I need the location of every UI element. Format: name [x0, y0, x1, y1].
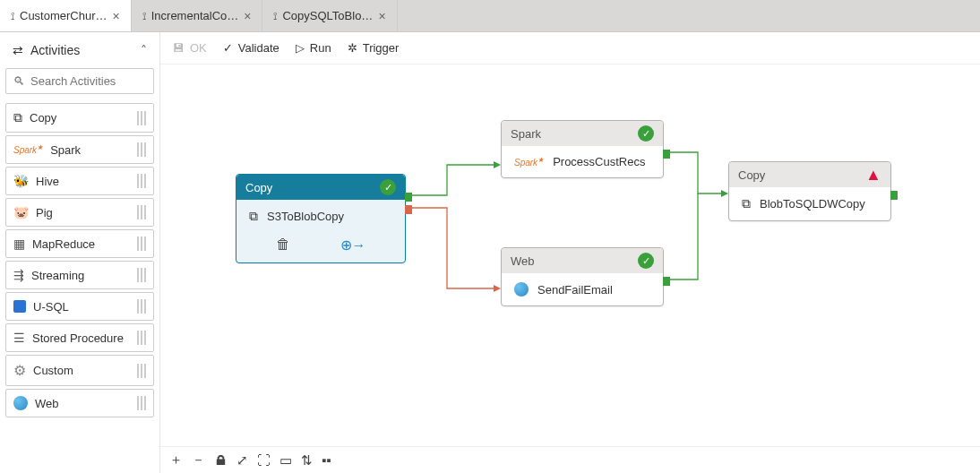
fullscreen-icon[interactable]: ⛶ — [257, 452, 271, 468]
tab-copysqltoblob[interactable]: ⟟ CopySQLToBlo… × — [262, 0, 397, 31]
node-type: Copy — [738, 168, 765, 182]
node-type: Web — [511, 254, 535, 268]
port-success[interactable] — [663, 150, 670, 159]
close-icon[interactable]: × — [244, 9, 251, 23]
activity-label: Stored Procedure — [32, 331, 130, 345]
node-processcustrecs[interactable]: Spark ✓ Spark★ ProcessCustRecs — [501, 120, 664, 178]
minimap-icon[interactable]: ▪▪ — [322, 452, 331, 468]
activity-spark[interactable]: Spark★Spark — [5, 135, 154, 164]
node-type: Copy — [245, 181, 272, 194]
grip-icon[interactable] — [137, 205, 146, 219]
save-icon: 💾︎ — [173, 41, 185, 55]
activity-streaming[interactable]: ⇶Streaming — [5, 261, 154, 289]
trigger-label: Trigger — [363, 41, 400, 55]
activity-label: Streaming — [31, 269, 130, 282]
node-header: Copy ▲ — [729, 162, 890, 187]
activities-header[interactable]: ⇄ Activities ˄ — [5, 38, 154, 63]
status-ok-icon: ✓ — [380, 179, 396, 195]
node-name: BlobToSQLDWCopy — [760, 197, 865, 211]
activities-icon: ⇄ — [13, 43, 23, 57]
activity-label: MapReduce — [32, 237, 130, 251]
node-blobtosqldwcopy[interactable]: Copy ▲ BlobToSQLDWCopy — [728, 161, 891, 221]
port-failure[interactable] — [405, 205, 412, 214]
chevron-up-icon[interactable]: ˄ — [141, 43, 147, 57]
run-button[interactable]: ▷Run — [296, 41, 331, 55]
activity-storedprocedure[interactable]: ☰Stored Procedure — [5, 323, 154, 352]
delete-icon[interactable]: 🗑 — [276, 236, 290, 254]
web-icon — [13, 396, 28, 410]
node-s3toblobcopy[interactable]: Copy ✓ S3ToBlobCopy 🗑 ⊕→ — [236, 174, 406, 263]
status-ok-icon: ✓ — [638, 125, 654, 142]
activity-custom[interactable]: ⚙Custom — [5, 355, 154, 386]
pipeline-canvas[interactable]: Copy ✓ S3ToBlobCopy 🗑 ⊕→ Spark ✓ — [160, 64, 980, 446]
activity-label: Hive — [36, 175, 130, 188]
svg-marker-1 — [721, 190, 728, 197]
ok-button[interactable]: 💾︎OK — [173, 41, 207, 55]
validate-button[interactable]: ✓Validate — [223, 41, 279, 55]
storedproc-icon: ☰ — [13, 331, 25, 345]
grip-icon[interactable] — [137, 331, 146, 345]
pipeline-icon: ⟟ — [142, 10, 146, 22]
web-icon — [514, 282, 529, 297]
activity-usql[interactable]: U-SQL — [5, 292, 154, 321]
activity-copy[interactable]: Copy — [5, 103, 154, 133]
ok-label: OK — [190, 41, 207, 55]
activity-mapreduce[interactable]: ▦MapReduce — [5, 229, 154, 258]
grip-icon[interactable] — [137, 236, 146, 251]
activity-label: Web — [35, 397, 130, 410]
activity-pig[interactable]: 🐷Pig — [5, 198, 154, 227]
node-name: ProcessCustRecs — [553, 155, 645, 168]
activity-label: Spark — [50, 143, 130, 157]
port-success[interactable] — [890, 191, 898, 200]
grip-icon[interactable] — [137, 396, 146, 410]
gear-icon: ⚙ — [13, 362, 26, 379]
port-success[interactable] — [405, 193, 412, 202]
grip-icon[interactable] — [137, 364, 146, 378]
tab-label: IncrementalCo… — [151, 9, 239, 22]
search-icon: 🔍︎ — [13, 74, 25, 88]
tab-customerchurn[interactable]: ⟟ CustomerChur… × — [0, 0, 132, 31]
grip-icon[interactable] — [137, 142, 146, 157]
usql-icon — [13, 300, 26, 313]
grip-icon[interactable] — [137, 111, 146, 125]
node-name: SendFailEmail — [537, 283, 613, 297]
tab-incrementalcopy[interactable]: ⟟ IncrementalCo… × — [132, 0, 263, 31]
pig-icon: 🐷 — [13, 205, 29, 219]
activities-list: Copy Spark★Spark 🐝Hive 🐷Pig ▦MapReduce ⇶… — [5, 103, 154, 417]
mapreduce-icon: ▦ — [13, 236, 25, 251]
grip-icon[interactable] — [137, 299, 146, 314]
activity-hive[interactable]: 🐝Hive — [5, 167, 154, 195]
copy-icon — [13, 110, 22, 125]
node-sendfailemail[interactable]: Web ✓ SendFailEmail — [501, 247, 664, 306]
node-header: Copy ✓ — [236, 175, 405, 200]
grip-icon[interactable] — [137, 174, 146, 188]
activities-title: Activities — [30, 43, 80, 57]
copy-icon — [742, 196, 751, 211]
grip-icon[interactable] — [137, 268, 146, 282]
node-type: Spark — [511, 127, 541, 141]
search-activities[interactable]: 🔍︎ — [5, 68, 154, 94]
pipeline-icon: ⟟ — [273, 10, 277, 22]
activity-label: Copy — [30, 111, 130, 125]
add-output-icon[interactable]: ⊕→ — [340, 236, 366, 254]
hive-icon: 🐝 — [13, 174, 29, 188]
close-icon[interactable]: × — [113, 9, 120, 23]
zoom-fit-icon[interactable]: ⤢ — [236, 452, 248, 469]
lock-icon[interactable]: 🔒︎ — [214, 452, 228, 468]
align-icon[interactable]: ▭ — [279, 452, 292, 469]
node-name: S3ToBlobCopy — [267, 210, 344, 223]
svg-marker-0 — [494, 161, 501, 168]
search-input[interactable] — [30, 74, 146, 88]
tab-label: CopySQLToBlo… — [282, 9, 373, 22]
tab-label: CustomerChur… — [20, 9, 107, 22]
trigger-button[interactable]: ✲Trigger — [348, 41, 400, 55]
validate-label: Validate — [238, 41, 279, 55]
close-icon[interactable]: × — [378, 9, 385, 23]
svg-marker-2 — [494, 285, 501, 292]
zoom-in-icon[interactable]: ＋ — [169, 452, 183, 469]
zoom-out-icon[interactable]: － — [192, 452, 205, 469]
port-success[interactable] — [663, 277, 670, 286]
activity-web[interactable]: Web — [5, 389, 154, 417]
autolayout-icon[interactable]: ⇅ — [301, 452, 313, 469]
trigger-icon: ✲ — [348, 41, 357, 55]
